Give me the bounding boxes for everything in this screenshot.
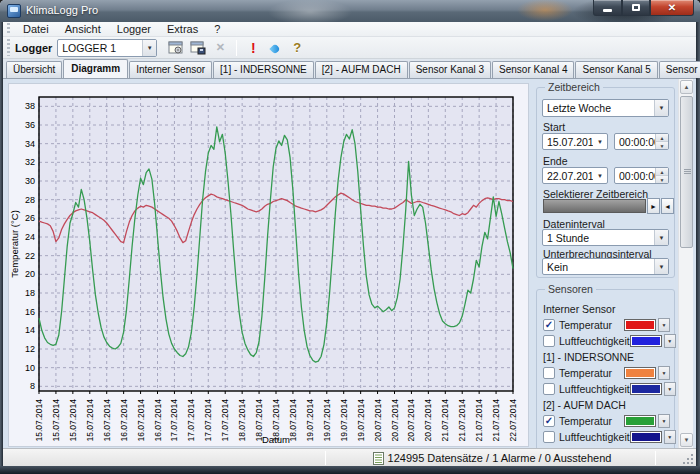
sensor-group-name: [1] - INDERSONNE [543,351,670,363]
start-time-spinner[interactable]: 00:00:00 ▲▼ [614,133,669,150]
logger-label: Logger [15,42,52,54]
temperatur-checkbox[interactable]: ✓ [543,319,555,331]
humidity-button[interactable] [265,39,285,57]
end-date-picker[interactable]: 22.07.2014 ▼ [542,167,608,184]
svg-text:32: 32 [25,157,35,167]
svg-text:15.07.2014: 15.07.2014 [85,399,95,442]
interval-value: 1 Stunde [543,232,654,244]
slider-forward-button[interactable]: ► [647,198,660,214]
temperatur-checkbox[interactable]: ✓ [543,415,555,427]
alarm-icon: ! [251,40,256,56]
menu-ansicht[interactable]: Ansicht [57,22,109,36]
sensor-row-label: Luftfeuchtigkeit [559,335,630,347]
svg-text:20.07.2014: 20.07.2014 [373,399,383,442]
luftfeuchtigkeit-checkbox[interactable] [543,431,555,443]
menu-logger[interactable]: Logger [109,22,159,36]
color-swatch[interactable] [624,319,656,331]
color-swatch[interactable] [624,415,656,427]
svg-text:19.07.2014: 19.07.2014 [305,399,315,442]
interrupt-select[interactable]: Kein ▼ [542,258,669,275]
window-title: KlimaLogg Pro [26,4,98,16]
svg-text:16.07.2014: 16.07.2014 [136,399,146,442]
tab-sensor-kanal-4[interactable]: Sensor Kanal 4 [492,61,574,78]
range-select[interactable]: Letzte Woche ▼ [542,99,669,117]
resize-grip[interactable] [683,453,694,464]
svg-text:14: 14 [25,325,35,335]
titlebar: KlimaLogg Pro ✕ [0,0,700,22]
close-icon: ✕ [668,2,676,13]
transfer-button[interactable] [188,39,208,57]
color-swatch[interactable] [624,367,656,379]
tab-sensor-kanal-6[interactable]: Sensor Kanal 6 [659,61,700,78]
help-icon: ? [293,40,301,55]
tab-sensor-kanal-5[interactable]: Sensor Kanal 5 [575,61,657,78]
svg-text:22: 22 [25,251,35,261]
tab--1-indersonne[interactable]: [1] - INDERSONNE [213,61,314,78]
end-time-spinner[interactable]: 00:00:00 ▲▼ [614,167,669,184]
svg-text:18: 18 [25,288,35,298]
statusbar-separator [655,451,656,465]
color-dropdown-arrow[interactable]: ▼ [664,430,676,444]
color-swatch[interactable] [630,335,662,347]
color-swatch[interactable] [630,431,662,443]
menu-datei[interactable]: Datei [15,22,57,36]
maximize-button[interactable] [622,0,650,16]
tab-strip: ÜbersichtDiagrammInterner Sensor[1] - IN… [3,59,696,78]
spin-down-icon[interactable]: ▼ [656,176,668,183]
properties-button[interactable] [166,39,186,57]
color-swatch[interactable] [630,383,662,395]
logger-select[interactable]: LOGGER 1 ▼ [57,39,157,57]
color-dropdown-arrow[interactable]: ▼ [658,366,670,380]
svg-text:20.07.2014: 20.07.2014 [406,399,416,442]
properties-icon [168,41,184,55]
tab-diagramm[interactable]: Diagramm [63,59,128,78]
luftfeuchtigkeit-checkbox[interactable] [543,335,555,347]
spin-up-icon[interactable]: ▲ [656,134,668,142]
chart-svg[interactable]: 810121416182022242628303234363815.07.201… [9,84,528,446]
temperatur-checkbox[interactable] [543,367,555,379]
toolbar-grip[interactable] [7,39,10,56]
delete-icon: ✕ [216,41,225,54]
toolbar: Logger LOGGER 1 ▼ ✕ ! [3,37,696,59]
spin-down-icon[interactable]: ▼ [656,142,668,149]
interval-select[interactable]: 1 Stunde ▼ [542,229,669,246]
tab-interner-sensor[interactable]: Interner Sensor [129,61,212,78]
alarm-button[interactable]: ! [243,39,263,57]
svg-text:21.07.2014: 21.07.2014 [491,399,501,442]
scroll-down-button[interactable]: ▼ [680,433,693,447]
svg-text:28: 28 [25,195,35,205]
scroll-up-button[interactable]: ▲ [680,80,693,94]
scrollbar-thumb[interactable] [680,96,693,248]
tab-sensor-kanal-3[interactable]: Sensor Kanal 3 [409,61,491,78]
time-range-slider[interactable] [543,199,646,213]
delete-button[interactable]: ✕ [210,39,230,57]
end-time-value: 00:00:00 [615,170,655,182]
sensor-group-name: Interner Sensor [543,303,670,315]
svg-text:17.07.2014: 17.07.2014 [186,399,196,442]
start-date-picker[interactable]: 15.07.2014 ▼ [542,133,608,150]
color-dropdown-arrow[interactable]: ▼ [658,318,670,332]
tab--bersicht[interactable]: Übersicht [6,61,62,78]
sensor-row: Luftfeuchtigkeit▼ [543,381,670,396]
svg-text:16.07.2014: 16.07.2014 [153,399,163,442]
menubar-grip[interactable] [7,23,10,34]
slider-back-button[interactable]: ◄ [661,198,674,214]
statusbar-separator [325,451,326,465]
color-dropdown-arrow[interactable]: ▼ [664,382,676,396]
menu-[interactable]: ? [206,22,228,36]
tab--2-aufm-dach[interactable]: [2] - AUFM DACH [315,61,408,78]
svg-text:19.07.2014: 19.07.2014 [339,399,349,442]
minimize-button[interactable] [593,0,622,16]
sidebar-scrollbar[interactable]: ▲ ▼ [678,79,693,448]
minimize-icon [603,9,612,12]
help-button[interactable]: ? [287,39,307,57]
sensor-row: Temperatur▼ [543,365,670,380]
menu-extras[interactable]: Extras [159,22,206,36]
sensor-group-name: [2] - AUFM DACH [543,399,670,411]
spin-up-icon[interactable]: ▲ [656,168,668,176]
close-button[interactable]: ✕ [650,0,694,16]
color-dropdown-arrow[interactable]: ▼ [664,334,676,348]
chevron-left-icon: ◄ [664,203,671,210]
color-dropdown-arrow[interactable]: ▼ [658,414,670,428]
luftfeuchtigkeit-checkbox[interactable] [543,383,555,395]
